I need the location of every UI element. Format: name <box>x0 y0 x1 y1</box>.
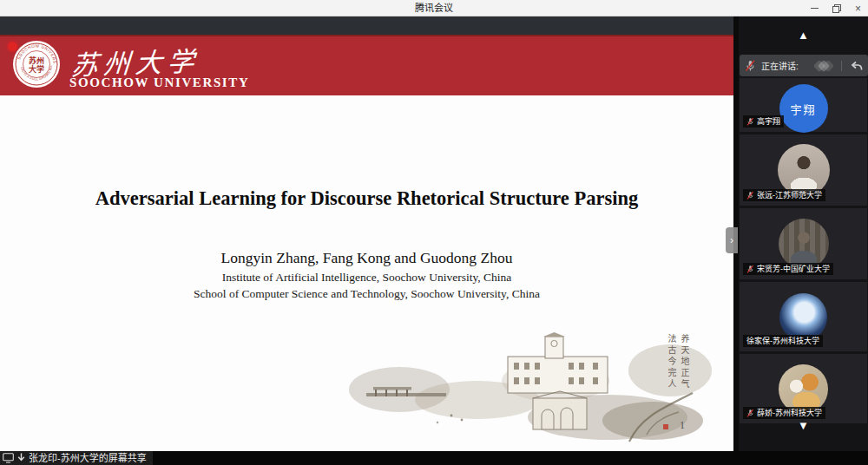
participant-name-tag: 宋贤芳-中国矿业大学 <box>743 263 833 275</box>
window-title: 腾讯会议 <box>0 0 868 16</box>
record-dot-indicator <box>8 42 17 51</box>
svg-text:大学: 大学 <box>29 64 44 74</box>
shared-screen-region: SOOCHOW UNIVERSITY UNTO A FULL GROWN MAN… <box>0 16 739 451</box>
participant-tile[interactable]: 宋贤芳-中国矿业大学 <box>740 208 867 279</box>
reply-back-arrow-icon[interactable] <box>851 61 863 71</box>
monitor-icon <box>3 453 14 463</box>
mic-muted-icon <box>746 191 754 200</box>
avatar <box>779 364 828 414</box>
mic-muted-icon <box>746 117 754 127</box>
avatar: 宇翔 <box>779 84 828 133</box>
university-banner: SOOCHOW UNIVERSITY UNTO A FULL GROWN MAN… <box>0 35 733 95</box>
restore-icon[interactable] <box>832 4 841 13</box>
share-label: 张龙印-苏州大学的屏幕共享 <box>29 451 147 465</box>
university-motto-calligraphy: 养天地正气 法古今完人 <box>665 334 691 429</box>
participant-name: 张远-江苏师范大学 <box>757 189 822 201</box>
scroll-down-button[interactable]: ▼ <box>739 419 868 432</box>
participant-name: 宋贤芳-中国矿业大学 <box>757 263 830 275</box>
meeting-window: 腾讯会议 × SOOCHOW UNIV <box>0 0 868 465</box>
scroll-up-button[interactable]: ▲ <box>739 29 868 42</box>
slide-affiliation-2: School of Computer Science and Technolog… <box>0 287 733 301</box>
participants-sidebar: ▲ 正在讲话: 宇翔 <box>739 16 868 451</box>
mic-muted-icon <box>745 60 756 72</box>
minimize-icon[interactable] <box>811 8 819 9</box>
avatar <box>779 293 827 341</box>
avatar <box>778 144 830 196</box>
window-controls: × <box>811 0 861 16</box>
university-seal-logo: SOOCHOW UNIVERSITY UNTO A FULL GROWN MAN… <box>12 40 61 88</box>
avatar <box>779 219 829 269</box>
slide-page-number: 1 <box>674 419 691 432</box>
speaking-indicator-bar: 正在讲话: <box>740 55 868 76</box>
slide-title: Adversarial Learning for Discourse Rheto… <box>0 187 733 210</box>
slide-authors: Longyin Zhang, Fang Kong and Guodong Zho… <box>0 249 733 267</box>
participant-name: 徐家保-苏州科技大学 <box>746 335 819 347</box>
shared-app-chrome-strip <box>0 16 733 35</box>
mic-muted-icon <box>746 409 754 418</box>
participant-tile[interactable]: 张远-江苏师范大学 <box>740 134 867 206</box>
layout-diamonds-icon[interactable] <box>815 62 832 70</box>
university-name-english: SOOCHOW UNIVERSITY <box>69 75 249 90</box>
screen-share-indicator[interactable]: 张龙印-苏州大学的屏幕共享 <box>0 451 153 465</box>
participant-name-tag: 张远-江苏师范大学 <box>743 189 825 201</box>
sidebar-collapse-handle[interactable]: › <box>726 227 738 253</box>
artist-seal-icon <box>663 424 668 429</box>
campus-inkwash-watermark <box>347 332 716 445</box>
svg-text:苏州: 苏州 <box>29 56 44 65</box>
participant-name-tag: 高宇翔 <box>743 115 784 128</box>
participant-tile[interactable]: 徐家保-苏州科技大学 <box>740 282 867 351</box>
status-bar: 张龙印-苏州大学的屏幕共享 <box>0 451 868 465</box>
participant-name-tag: 薛娇-苏州科技大学 <box>743 407 825 419</box>
arrow-down-icon <box>17 453 25 463</box>
speaking-label: 正在讲话: <box>761 59 799 72</box>
participant-name: 薛娇-苏州科技大学 <box>757 407 822 419</box>
bar-divider <box>841 61 842 71</box>
close-icon[interactable]: × <box>855 3 861 14</box>
window-titlebar: 腾讯会议 × <box>0 0 868 16</box>
mic-muted-icon <box>746 265 754 274</box>
participant-name-tag: 徐家保-苏州科技大学 <box>743 335 823 347</box>
participant-name: 高宇翔 <box>757 115 780 128</box>
chevron-right-icon: › <box>730 235 733 246</box>
participant-tile[interactable]: 宇翔 高宇翔 <box>740 78 867 132</box>
presentation-slide: SOOCHOW UNIVERSITY UNTO A FULL GROWN MAN… <box>0 35 733 451</box>
participant-tile[interactable]: 薛娇-苏州科技大学 <box>740 354 867 423</box>
slide-affiliation-1: Institute of Artificial Intelligence, So… <box>0 271 733 285</box>
